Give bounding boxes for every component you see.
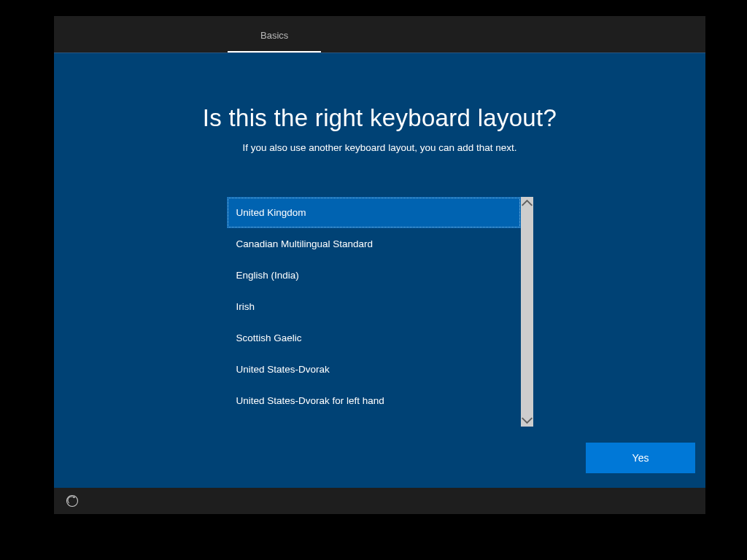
page-heading: Is this the right keyboard layout?	[54, 104, 705, 132]
layout-option[interactable]: United Kingdom	[227, 197, 521, 228]
layout-option[interactable]: United States-Dvorak for left hand	[227, 385, 521, 416]
layout-option[interactable]: Irish	[227, 291, 521, 322]
page-subheading: If you also use another keyboard layout,…	[54, 142, 705, 153]
scrollbar[interactable]	[521, 197, 533, 427]
scroll-up-arrow-icon[interactable]	[521, 197, 533, 209]
svg-point-0	[67, 496, 78, 507]
keyboard-layout-listbox: United KingdomCanadian Multilingual Stan…	[227, 197, 533, 427]
layout-option[interactable]: Scottish Gaelic	[227, 322, 521, 354]
yes-button[interactable]: Yes	[586, 443, 695, 473]
layout-option[interactable]: Canadian Multilingual Standard	[227, 228, 521, 260]
oobe-window: Basics Is this the right keyboard layout…	[54, 16, 705, 514]
layout-option[interactable]: United States-Dvorak	[227, 354, 521, 385]
tab-bar: Basics	[54, 16, 705, 52]
ease-of-access-icon[interactable]	[66, 494, 79, 508]
layout-list[interactable]: United KingdomCanadian Multilingual Stan…	[227, 197, 521, 427]
scroll-down-arrow-icon[interactable]	[521, 414, 533, 427]
layout-option[interactable]: English (India)	[227, 260, 521, 291]
content-area: Is this the right keyboard layout? If yo…	[54, 52, 705, 488]
tab-basics[interactable]: Basics	[228, 20, 321, 52]
footer-bar	[54, 488, 705, 514]
